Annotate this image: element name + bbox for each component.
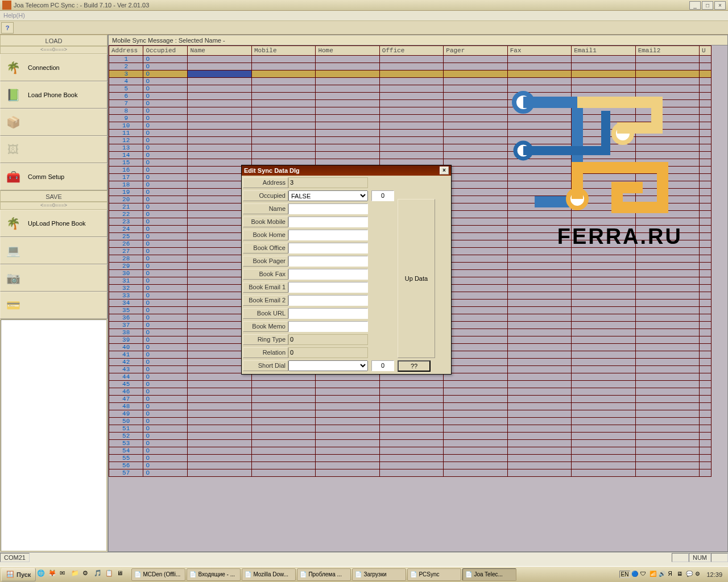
quicklaunch-icon[interactable]: 🦊 <box>48 569 59 580</box>
column-header[interactable]: Name <box>188 46 251 56</box>
book-office-field[interactable] <box>288 243 368 253</box>
field-number[interactable]: 0 <box>371 190 394 201</box>
tray-icon[interactable]: 🔊 <box>659 571 667 579</box>
load-section-header: LOAD <box>0 35 107 46</box>
field-number[interactable]: 0 <box>371 360 394 371</box>
table-row[interactable]: 45O <box>109 381 712 388</box>
minimize-button[interactable]: _ <box>689 1 701 10</box>
table-row[interactable]: 51O <box>109 425 712 433</box>
taskbar-task[interactable]: 📄Joa Telec... <box>462 568 516 581</box>
table-row[interactable]: 48O <box>109 403 712 410</box>
quicklaunch-icon[interactable]: 🖥 <box>117 569 127 580</box>
quicklaunch-icon[interactable]: ⚙ <box>82 569 93 580</box>
connection-button[interactable]: 🌴 Connection <box>0 54 107 81</box>
column-header[interactable]: Address <box>109 46 143 56</box>
book-pager-field[interactable] <box>288 256 368 267</box>
system-tray: EN 🔵 🛡 📶 🔊 Я 🖥 💬 ⚙ 12:39 <box>617 571 727 579</box>
help-toolbar-button[interactable]: ? <box>1 22 14 34</box>
table-row[interactable]: 5O <box>109 85 712 93</box>
quicklaunch-icon[interactable]: 🌐 <box>37 569 47 580</box>
short-dial-select[interactable] <box>288 360 368 371</box>
tray-icon[interactable]: ⚙ <box>695 571 703 579</box>
field-label: Relation <box>243 347 288 358</box>
occupied-select[interactable]: FALSE <box>288 190 368 201</box>
maximize-button[interactable]: □ <box>702 1 713 10</box>
table-row[interactable]: 56O <box>109 462 712 469</box>
taskbar-task[interactable]: 📄PCSync <box>407 568 461 581</box>
field-label: Book Memo <box>243 321 288 332</box>
column-header[interactable]: Pager <box>444 46 507 56</box>
column-header[interactable]: Office <box>379 46 443 56</box>
field-label: Short Dial <box>243 360 288 371</box>
load-phone-book-button[interactable]: 📗 Load Phone Book <box>0 81 107 109</box>
name-field[interactable] <box>288 203 368 214</box>
book-email2-field[interactable] <box>288 295 368 306</box>
dialog-close-button[interactable]: × <box>440 167 449 174</box>
table-row[interactable]: 3O <box>109 70 712 78</box>
taskbar-task[interactable]: 📄Загрузки <box>352 568 406 581</box>
book-home-field[interactable] <box>288 230 368 240</box>
clock[interactable]: 12:39 <box>704 571 725 578</box>
taskbar-task[interactable]: 📄Mozilla Dow... <box>242 568 296 581</box>
taskbar-task[interactable]: 📄Проблема ... <box>297 568 351 581</box>
book-memo-field[interactable] <box>288 321 368 332</box>
toolbar: ? <box>0 21 728 35</box>
table-row[interactable]: 46O <box>109 388 712 396</box>
table-row[interactable]: 9O <box>109 115 712 122</box>
table-row[interactable]: 8O <box>109 107 712 115</box>
table-row[interactable]: 50O <box>109 418 712 425</box>
tray-icon[interactable]: 💬 <box>686 571 694 579</box>
question-button[interactable]: ?? <box>398 360 431 372</box>
table-row[interactable]: 13O <box>109 144 712 152</box>
upload-phone-book-button[interactable]: 🌴 UpLoad Phone Book <box>0 210 107 237</box>
tray-icon[interactable]: 🛡 <box>640 571 648 579</box>
close-button[interactable]: × <box>714 1 726 10</box>
tray-icon[interactable]: 🖥 <box>677 571 685 579</box>
table-row[interactable]: 11O <box>109 130 712 137</box>
start-button[interactable]: 🪟Пуск <box>1 568 36 581</box>
table-row[interactable]: 4O <box>109 78 712 85</box>
column-header[interactable]: Fax <box>507 46 571 56</box>
field-label: Book Fax <box>243 269 288 280</box>
column-header[interactable]: Occupied <box>143 46 188 56</box>
table-row[interactable]: 14O <box>109 152 712 159</box>
column-header[interactable]: U <box>700 46 712 56</box>
table-row[interactable]: 12O <box>109 137 712 144</box>
column-header[interactable]: Mobile <box>251 46 315 56</box>
save-section-sub: <===0===> <box>0 202 107 210</box>
table-row[interactable]: 49O <box>109 410 712 418</box>
table-row[interactable]: 54O <box>109 447 712 455</box>
column-header[interactable]: Home <box>316 46 379 56</box>
dialog-titlebar[interactable]: Edit Sync Data Dlg × <box>242 165 451 176</box>
column-header[interactable]: Email2 <box>635 46 699 56</box>
table-row[interactable]: 55O <box>109 455 712 462</box>
book-fax-field[interactable] <box>288 269 368 280</box>
quicklaunch-icon[interactable]: ✉ <box>60 569 70 580</box>
lang-indicator[interactable]: EN <box>619 571 631 578</box>
comm-setup-button[interactable]: 🧰 Comm Setup <box>0 163 107 190</box>
field-label: Name <box>243 203 288 214</box>
quicklaunch-icon[interactable]: 🎵 <box>94 569 104 580</box>
table-row[interactable]: 7O <box>109 100 712 107</box>
menu-help[interactable]: Help(H) <box>3 12 25 19</box>
table-row[interactable]: 2O <box>109 63 712 70</box>
table-row[interactable]: 53O <box>109 440 712 447</box>
quicklaunch-icon[interactable]: 📋 <box>105 569 115 580</box>
taskbar-task[interactable]: 📄Входящие - ... <box>187 568 241 581</box>
table-row[interactable]: 57O <box>109 469 712 477</box>
table-row[interactable]: 1O <box>109 56 712 63</box>
column-header[interactable]: Email1 <box>572 46 635 56</box>
table-row[interactable]: 10O <box>109 122 712 130</box>
table-row[interactable]: 6O <box>109 93 712 100</box>
taskbar-task[interactable]: 📄MCDen (Offli... <box>131 568 185 581</box>
book-mobile-field[interactable] <box>288 217 368 227</box>
tray-icon[interactable]: 📶 <box>650 571 657 579</box>
table-row[interactable]: 52O <box>109 433 712 440</box>
book-email1-field[interactable] <box>288 282 368 293</box>
up-data-button[interactable]: Up Data <box>398 199 435 358</box>
tray-icon[interactable]: Я <box>668 571 676 579</box>
table-row[interactable]: 47O <box>109 396 712 403</box>
book-url-field[interactable] <box>288 308 368 319</box>
quicklaunch-icon[interactable]: 📁 <box>71 569 81 580</box>
tray-icon[interactable]: 🔵 <box>631 571 639 579</box>
